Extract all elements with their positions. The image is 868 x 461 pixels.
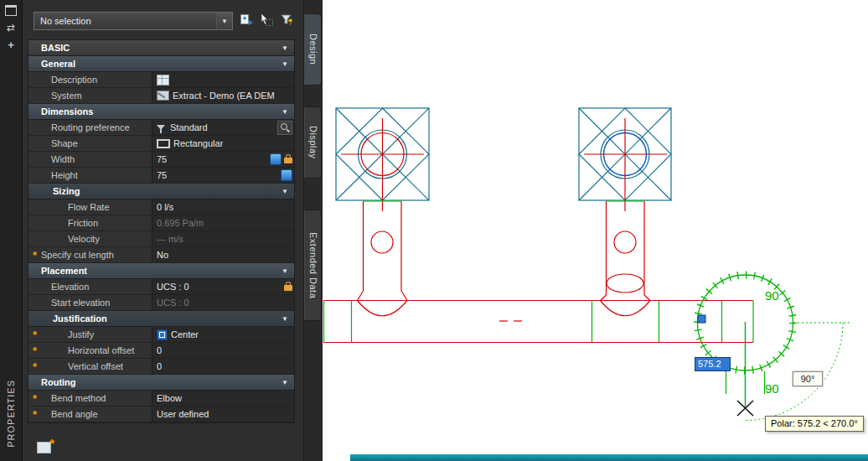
duct-system-icon xyxy=(157,91,169,101)
routing-preference-icon xyxy=(157,125,165,130)
formula-icon[interactable] xyxy=(281,169,292,181)
horizontal-offset-value[interactable]: 0 xyxy=(152,343,294,358)
drawing-canvas[interactable]: 90 90 xyxy=(323,0,868,461)
compass-angle-labels: 90 90 xyxy=(765,288,779,396)
new-property-set-icon[interactable] xyxy=(37,442,51,453)
duct-run[interactable] xyxy=(323,118,753,343)
bottom-teal-bar xyxy=(350,454,868,461)
section-sizing[interactable]: Sizing xyxy=(28,184,294,199)
section-dimensions[interactable]: Dimensions xyxy=(28,104,294,120)
collapse-chevron-icon xyxy=(282,379,288,386)
drawing-area[interactable]: 90 90 575.2 90° Polar: 575.2 < 270.0° xyxy=(323,0,868,461)
properties-window-icon[interactable] xyxy=(5,5,17,16)
section-general[interactable]: General xyxy=(28,56,294,72)
palette-tabstrip: Design Display Extended Data xyxy=(304,0,323,461)
collapse-chevron-icon xyxy=(282,108,288,116)
row-label: Velocity xyxy=(41,234,152,244)
height-value[interactable]: 75 xyxy=(152,168,294,183)
system-value[interactable]: Extract - Demo (EA DEM xyxy=(152,88,294,103)
override-asterisk-icon xyxy=(33,362,37,372)
override-asterisk-icon xyxy=(33,394,37,404)
row-routing-preference: Routing preference Standard xyxy=(28,120,294,136)
row-vertical-offset: Vertical offset 0 xyxy=(28,359,294,375)
collapse-chevron-icon xyxy=(282,188,288,195)
angle-label-bottom: 90 xyxy=(765,381,779,396)
override-asterisk-icon xyxy=(33,251,37,261)
flow-rate-value[interactable]: 0 l/s xyxy=(152,199,294,215)
section-placement[interactable]: Placement xyxy=(28,263,294,279)
tab-extended-data[interactable]: Extended Data xyxy=(304,210,322,321)
row-justify: Justify Center xyxy=(28,327,294,343)
justify-value[interactable]: Center xyxy=(152,327,294,342)
tab-design[interactable]: Design xyxy=(304,13,322,85)
row-width: Width 75 xyxy=(28,152,294,168)
shape-value[interactable]: Rectangular xyxy=(152,136,294,151)
row-velocity: Velocity --- m/s xyxy=(28,231,294,247)
row-label: System xyxy=(41,91,152,101)
collapse-chevron-icon xyxy=(282,60,288,68)
polar-tooltip: Polar: 575.2 < 270.0° xyxy=(765,416,864,432)
row-label: Elevation xyxy=(41,282,152,292)
palette-title: PROPERTIES xyxy=(6,380,16,448)
dynamic-input-angle: 90° xyxy=(793,371,823,386)
row-description: Description xyxy=(28,72,294,88)
row-friction: Friction 0.695 Pa/m xyxy=(28,215,294,231)
row-bend-method: Bend method Elbow xyxy=(28,391,294,407)
row-label: Justify xyxy=(41,329,152,339)
row-label: Routing preference xyxy=(41,122,152,132)
friction-value: 0.695 Pa/m xyxy=(152,215,294,230)
collapse-chevron-icon xyxy=(282,315,288,323)
row-system: System Extract - Demo (EA DEM xyxy=(28,88,294,104)
vertical-offset-value[interactable]: 0 xyxy=(152,359,294,374)
auto-hide-icon[interactable] xyxy=(7,23,15,33)
palette-toolbar: No selection xyxy=(23,0,303,39)
lock-icon[interactable] xyxy=(284,158,292,163)
application-window: PROPERTIES No selection BASIC xyxy=(0,0,868,461)
properties-palette: No selection BASIC General Descript xyxy=(23,0,304,461)
select-objects-icon[interactable] xyxy=(258,12,275,28)
toggle-pickadd-icon[interactable] xyxy=(238,12,255,28)
bend-method-value[interactable]: Elbow xyxy=(152,391,294,406)
width-value[interactable]: 75 xyxy=(152,152,294,167)
row-flow-rate: Flow Rate 0 l/s xyxy=(28,199,294,215)
elevation-value[interactable]: UCS : 0 xyxy=(152,279,294,294)
lock-icon[interactable] xyxy=(284,285,292,291)
bend-angle-value[interactable]: User defined xyxy=(152,407,294,422)
section-justification[interactable]: Justification xyxy=(28,311,294,327)
row-label: Horizontal offset xyxy=(41,345,152,355)
grip-square[interactable] xyxy=(698,315,705,323)
specify-cut-length-value[interactable]: No xyxy=(152,247,294,262)
override-asterisk-icon xyxy=(33,410,37,420)
table-icon[interactable] xyxy=(157,75,169,85)
section-basic[interactable]: BASIC xyxy=(28,40,294,56)
row-label: Specify cut length xyxy=(41,250,152,260)
description-value[interactable] xyxy=(152,72,294,87)
property-grid: BASIC General Description System Extract… xyxy=(28,39,295,423)
section-routing[interactable]: Routing xyxy=(28,375,294,391)
start-elevation-value: UCS : 0 xyxy=(152,295,294,310)
row-bend-angle: Bend angle User defined xyxy=(28,407,294,422)
dynamic-input-distance[interactable]: 575.2 xyxy=(695,357,731,371)
routing-preference-value[interactable]: Standard xyxy=(152,120,294,135)
justify-center-icon xyxy=(157,329,168,340)
formula-icon[interactable] xyxy=(270,153,282,165)
row-label: Width xyxy=(41,154,152,164)
row-start-elevation: Start elevation UCS : 0 xyxy=(28,295,294,311)
chevron-down-icon[interactable] xyxy=(216,13,232,29)
row-label: Description xyxy=(41,75,152,85)
row-elevation: Elevation UCS : 0 xyxy=(28,279,294,295)
row-shape: Shape Rectangular xyxy=(28,136,294,152)
selection-dropdown-value: No selection xyxy=(40,16,91,26)
override-asterisk-icon xyxy=(33,330,37,340)
row-horizontal-offset: Horizontal offset 0 xyxy=(28,343,294,359)
row-label: Start elevation xyxy=(41,298,152,308)
override-asterisk-icon xyxy=(33,346,37,356)
browse-magnifier-icon[interactable] xyxy=(277,121,292,135)
tab-display[interactable]: Display xyxy=(304,106,322,179)
quick-select-icon[interactable] xyxy=(278,12,295,28)
selection-dropdown[interactable]: No selection xyxy=(34,12,233,30)
velocity-value: --- m/s xyxy=(152,231,294,246)
palette-menu-icon[interactable] xyxy=(8,40,14,49)
angle-label-top: 90 xyxy=(765,288,779,303)
row-label: Vertical offset xyxy=(41,361,152,371)
